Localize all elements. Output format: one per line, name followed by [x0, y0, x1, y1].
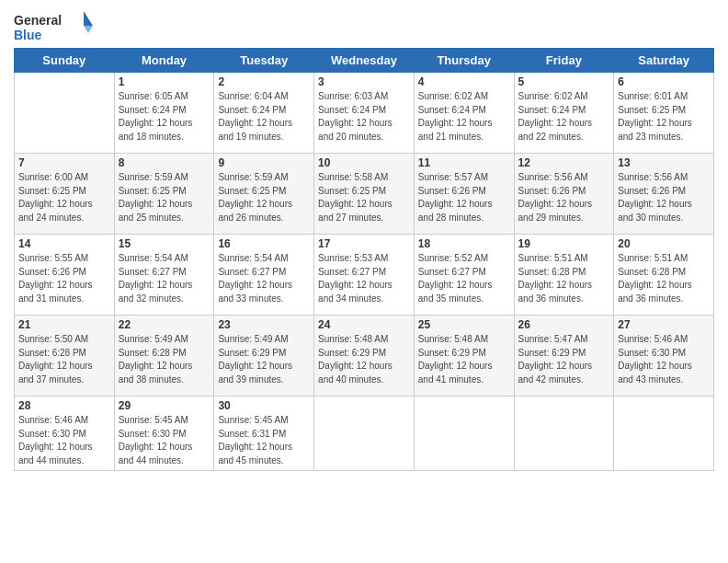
cal-cell: 28Sunrise: 5:46 AMSunset: 6:30 PMDayligh…: [15, 396, 115, 471]
header: General Blue: [14, 9, 714, 44]
cal-cell: 13Sunrise: 5:56 AMSunset: 6:26 PMDayligh…: [614, 154, 714, 235]
cell-info: Sunrise: 5:45 AMSunset: 6:30 PMDaylight:…: [119, 414, 210, 467]
day-number: 10: [318, 156, 410, 169]
day-number: 12: [518, 156, 610, 169]
col-header-friday: Friday: [514, 49, 614, 73]
cell-info: Sunrise: 5:59 AMSunset: 6:25 PMDaylight:…: [119, 171, 210, 224]
day-number: 30: [218, 399, 310, 412]
day-number: 24: [318, 318, 410, 331]
cal-cell: 25Sunrise: 5:48 AMSunset: 6:29 PMDayligh…: [414, 316, 514, 396]
cell-info: Sunrise: 5:54 AMSunset: 6:27 PMDaylight:…: [119, 252, 210, 305]
cell-info: Sunrise: 5:53 AMSunset: 6:27 PMDaylight:…: [318, 252, 410, 305]
day-number: 17: [318, 237, 410, 250]
cal-cell: 26Sunrise: 5:47 AMSunset: 6:29 PMDayligh…: [514, 316, 614, 396]
cal-cell: 6Sunrise: 6:01 AMSunset: 6:25 PMDaylight…: [614, 73, 714, 154]
cell-info: Sunrise: 5:51 AMSunset: 6:28 PMDaylight:…: [618, 252, 710, 305]
cal-cell: [314, 396, 415, 471]
day-number: 13: [618, 156, 710, 169]
cell-info: Sunrise: 5:58 AMSunset: 6:25 PMDaylight:…: [318, 171, 410, 224]
calendar-table: SundayMondayTuesdayWednesdayThursdayFrid…: [14, 48, 714, 471]
cell-info: Sunrise: 5:45 AMSunset: 6:31 PMDaylight:…: [218, 414, 310, 467]
day-number: 19: [518, 237, 610, 250]
cal-cell: 22Sunrise: 5:49 AMSunset: 6:28 PMDayligh…: [114, 316, 214, 396]
logo-svg: General Blue: [14, 9, 97, 44]
cal-cell: 27Sunrise: 5:46 AMSunset: 6:30 PMDayligh…: [614, 316, 714, 396]
day-number: 14: [18, 237, 110, 250]
cell-info: Sunrise: 6:03 AMSunset: 6:24 PMDaylight:…: [318, 90, 410, 144]
cal-cell: [614, 396, 714, 471]
cal-cell: 5Sunrise: 6:02 AMSunset: 6:24 PMDaylight…: [514, 73, 614, 154]
day-number: 20: [618, 237, 710, 250]
day-number: 22: [119, 318, 210, 331]
cell-info: Sunrise: 5:46 AMSunset: 6:30 PMDaylight:…: [18, 414, 110, 467]
cell-info: Sunrise: 6:05 AMSunset: 6:24 PMDaylight:…: [119, 90, 210, 144]
week-row-5: 28Sunrise: 5:46 AMSunset: 6:30 PMDayligh…: [15, 396, 714, 471]
day-number: 1: [119, 75, 210, 88]
cal-cell: [15, 73, 115, 154]
cal-cell: 9Sunrise: 5:59 AMSunset: 6:25 PMDaylight…: [214, 154, 314, 235]
cell-info: Sunrise: 5:52 AMSunset: 6:27 PMDaylight:…: [418, 252, 510, 305]
day-number: 6: [618, 75, 710, 88]
cell-info: Sunrise: 5:49 AMSunset: 6:28 PMDaylight:…: [119, 333, 210, 386]
week-row-4: 21Sunrise: 5:50 AMSunset: 6:28 PMDayligh…: [15, 316, 714, 396]
cell-info: Sunrise: 6:02 AMSunset: 6:24 PMDaylight:…: [518, 90, 610, 144]
cell-info: Sunrise: 6:00 AMSunset: 6:25 PMDaylight:…: [18, 171, 110, 224]
cal-cell: 1Sunrise: 6:05 AMSunset: 6:24 PMDaylight…: [114, 73, 214, 154]
day-number: 2: [218, 75, 310, 88]
day-number: 8: [119, 156, 210, 169]
day-number: 29: [119, 399, 210, 412]
svg-marker-3: [84, 26, 93, 33]
logo: General Blue: [14, 9, 97, 44]
cal-cell: 30Sunrise: 5:45 AMSunset: 6:31 PMDayligh…: [214, 396, 314, 471]
cell-info: Sunrise: 6:04 AMSunset: 6:24 PMDaylight:…: [218, 90, 310, 144]
week-row-3: 14Sunrise: 5:55 AMSunset: 6:26 PMDayligh…: [15, 235, 714, 316]
cell-info: Sunrise: 5:46 AMSunset: 6:30 PMDaylight:…: [618, 333, 710, 386]
cal-cell: 23Sunrise: 5:49 AMSunset: 6:29 PMDayligh…: [214, 316, 314, 396]
col-header-sunday: Sunday: [15, 49, 115, 73]
cal-cell: 3Sunrise: 6:03 AMSunset: 6:24 PMDaylight…: [314, 73, 415, 154]
svg-text:General: General: [14, 13, 62, 28]
day-number: 11: [418, 156, 510, 169]
cell-info: Sunrise: 5:56 AMSunset: 6:26 PMDaylight:…: [618, 171, 710, 224]
cell-info: Sunrise: 5:57 AMSunset: 6:26 PMDaylight:…: [418, 171, 510, 224]
cal-cell: 18Sunrise: 5:52 AMSunset: 6:27 PMDayligh…: [414, 235, 514, 316]
cal-cell: 2Sunrise: 6:04 AMSunset: 6:24 PMDaylight…: [214, 73, 314, 154]
cal-cell: 17Sunrise: 5:53 AMSunset: 6:27 PMDayligh…: [314, 235, 415, 316]
week-row-2: 7Sunrise: 6:00 AMSunset: 6:25 PMDaylight…: [15, 154, 714, 235]
day-number: 9: [218, 156, 310, 169]
day-number: 27: [618, 318, 710, 331]
col-header-saturday: Saturday: [614, 49, 714, 73]
day-number: 4: [418, 75, 510, 88]
cal-cell: 15Sunrise: 5:54 AMSunset: 6:27 PMDayligh…: [114, 235, 214, 316]
col-header-wednesday: Wednesday: [314, 49, 415, 73]
cal-cell: 4Sunrise: 6:02 AMSunset: 6:24 PMDaylight…: [414, 73, 514, 154]
cell-info: Sunrise: 5:56 AMSunset: 6:26 PMDaylight:…: [518, 171, 610, 224]
day-number: 28: [18, 399, 110, 412]
day-number: 15: [119, 237, 210, 250]
day-number: 26: [518, 318, 610, 331]
day-number: 25: [418, 318, 510, 331]
cell-info: Sunrise: 5:50 AMSunset: 6:28 PMDaylight:…: [18, 333, 110, 386]
day-number: 23: [218, 318, 310, 331]
cell-info: Sunrise: 5:48 AMSunset: 6:29 PMDaylight:…: [318, 333, 410, 386]
cal-cell: 7Sunrise: 6:00 AMSunset: 6:25 PMDaylight…: [15, 154, 115, 235]
week-row-1: 1Sunrise: 6:05 AMSunset: 6:24 PMDaylight…: [15, 73, 714, 154]
cell-info: Sunrise: 6:01 AMSunset: 6:25 PMDaylight:…: [618, 90, 710, 144]
cal-cell: 20Sunrise: 5:51 AMSunset: 6:28 PMDayligh…: [614, 235, 714, 316]
cal-cell: 11Sunrise: 5:57 AMSunset: 6:26 PMDayligh…: [414, 154, 514, 235]
cal-cell: 12Sunrise: 5:56 AMSunset: 6:26 PMDayligh…: [514, 154, 614, 235]
cal-cell: 21Sunrise: 5:50 AMSunset: 6:28 PMDayligh…: [15, 316, 115, 396]
calendar-container: General Blue SundayMondayTuesdayWednesda…: [0, 0, 728, 476]
day-number: 5: [518, 75, 610, 88]
cell-info: Sunrise: 5:54 AMSunset: 6:27 PMDaylight:…: [218, 252, 310, 305]
cell-info: Sunrise: 5:55 AMSunset: 6:26 PMDaylight:…: [18, 252, 110, 305]
day-number: 18: [418, 237, 510, 250]
cal-cell: 14Sunrise: 5:55 AMSunset: 6:26 PMDayligh…: [15, 235, 115, 316]
cal-cell: [514, 396, 614, 471]
day-number: 7: [18, 156, 110, 169]
col-header-monday: Monday: [114, 49, 214, 73]
col-header-tuesday: Tuesday: [214, 49, 314, 73]
cell-info: Sunrise: 5:49 AMSunset: 6:29 PMDaylight:…: [218, 333, 310, 386]
cell-info: Sunrise: 5:48 AMSunset: 6:29 PMDaylight:…: [418, 333, 510, 386]
col-header-thursday: Thursday: [414, 49, 514, 73]
